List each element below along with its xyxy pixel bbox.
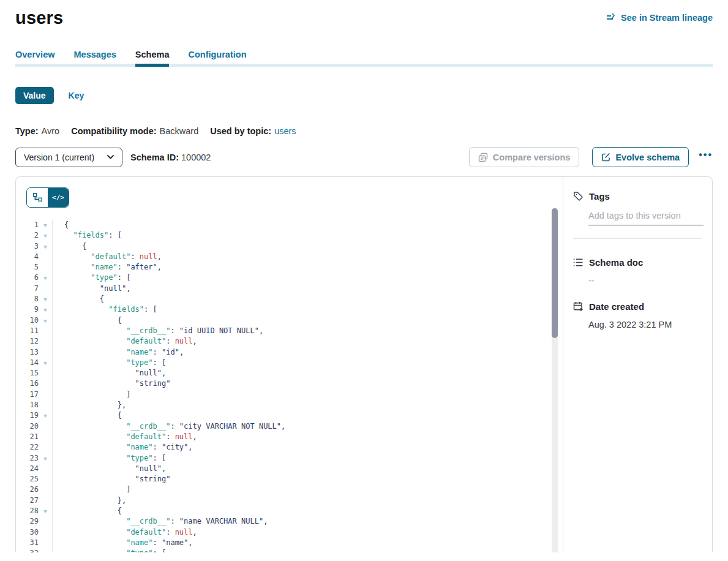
code-gutter: 18: [16, 400, 53, 410]
more-options-button[interactable]: •••: [699, 150, 713, 165]
fold-toggle-icon[interactable]: ▼: [39, 410, 52, 421]
fold-toggle-icon[interactable]: ▼: [39, 315, 52, 326]
fold-toggle-icon[interactable]: ▼: [39, 294, 52, 304]
code-line: 11 "__crdb__": "id UUID NOT NULL",: [16, 326, 563, 336]
code-text: "default": null,: [53, 336, 197, 347]
line-number: 24: [16, 464, 39, 474]
chevron-down-icon: [107, 155, 114, 159]
code-gutter: 21: [16, 432, 53, 442]
line-number: 25: [16, 474, 39, 484]
compatibility-mode: Compatibility mode:Backward: [71, 126, 198, 136]
code-line: 6▼ "type": [: [16, 273, 563, 283]
code-line: 32▼ "type": [: [16, 548, 563, 552]
value-tab-button[interactable]: Value: [15, 87, 54, 104]
code-text: "default": null,: [53, 432, 197, 442]
code-text: },: [53, 495, 126, 506]
schema-id: Schema ID: 100002: [130, 152, 211, 162]
tab-configuration[interactable]: Configuration: [188, 50, 246, 67]
tree-view-icon: [33, 193, 42, 202]
fold-toggle-icon[interactable]: ▼: [39, 548, 52, 552]
schema-doc-section-title: Schema doc: [573, 257, 702, 268]
schema-page: users See in Stream lineage OverviewMess…: [0, 0, 728, 561]
line-number: 23: [16, 453, 39, 464]
code-text: "type": [: [53, 358, 166, 368]
evolve-schema-label: Evolve schema: [615, 152, 680, 162]
line-number: 22: [16, 442, 39, 453]
code-view-button[interactable]: </>: [48, 188, 69, 207]
fold-spacer: [39, 432, 52, 442]
fold-spacer: [39, 527, 52, 538]
code-text: },: [53, 400, 126, 410]
code-line: 21 "default": null,: [16, 432, 563, 442]
line-number: 3: [16, 241, 39, 252]
code-gutter: 28▼: [16, 506, 53, 516]
fold-spacer: [39, 442, 52, 453]
code-gutter: 27: [16, 495, 53, 506]
fold-toggle-icon[interactable]: ▼: [39, 230, 52, 241]
fold-toggle-icon[interactable]: ▼: [39, 220, 52, 230]
evolve-schema-button[interactable]: Evolve schema: [592, 147, 689, 167]
fold-toggle-icon[interactable]: ▼: [39, 273, 52, 283]
code-gutter: 3▼: [16, 241, 53, 252]
line-number: 11: [16, 326, 39, 336]
code-text: "fields": [: [53, 304, 157, 315]
tree-view-button[interactable]: [27, 188, 48, 207]
line-number: 31: [16, 538, 39, 548]
add-tags-input[interactable]: [588, 209, 704, 225]
code-line: 16 "string": [16, 378, 563, 389]
code-text: "name": "city",: [53, 442, 193, 453]
topic-link[interactable]: users: [274, 126, 296, 136]
code-line: 31 "name": "name",: [16, 538, 563, 548]
schema-code-panel: </> 1▼{2▼ "fields": [3▼ {4 "default": nu…: [16, 177, 563, 552]
tags-title: Tags: [589, 191, 610, 201]
tab-schema[interactable]: Schema: [135, 50, 170, 67]
code-gutter: 10▼: [16, 315, 53, 326]
code-line: 1▼{: [16, 220, 563, 230]
line-number: 4: [16, 252, 39, 262]
schema-controls: Version 1 (current) Schema ID: 100002 Co…: [15, 147, 713, 167]
code-text: "string": [53, 378, 170, 389]
code-scrollbar-track[interactable]: [552, 208, 558, 552]
compare-versions-button[interactable]: Compare versions: [469, 147, 580, 167]
code-text: "string": [53, 474, 170, 484]
version-select[interactable]: Version 1 (current): [15, 148, 122, 167]
code-text: {: [53, 241, 86, 252]
code-gutter: 9▼: [16, 304, 53, 315]
code-scrollbar-thumb[interactable]: [552, 208, 558, 338]
code-text: {: [53, 410, 122, 421]
tab-messages[interactable]: Messages: [74, 50, 116, 67]
code-line: 2▼ "fields": [: [16, 230, 563, 241]
schema-meta: Type:Avro Compatibility mode:Backward Us…: [15, 126, 713, 136]
code-toolbar: </>: [16, 177, 563, 208]
code-gutter: 22: [16, 442, 53, 453]
code-text: "name": "id",: [53, 347, 184, 358]
fold-spacer: [39, 368, 52, 378]
schema-doc-section: Schema doc --: [573, 257, 702, 285]
fold-toggle-icon[interactable]: ▼: [39, 506, 52, 516]
code-gutter: 8▼: [16, 294, 53, 304]
fold-spacer: [39, 400, 52, 410]
fold-toggle-icon[interactable]: ▼: [39, 304, 52, 315]
code-text: "null",: [53, 284, 130, 294]
code-gutter: 31: [16, 538, 53, 548]
fold-spacer: [39, 262, 52, 273]
code-line: 28▼ {: [16, 506, 563, 516]
line-number: 15: [16, 368, 39, 378]
line-number: 18: [16, 400, 39, 410]
fold-toggle-icon[interactable]: ▼: [39, 358, 52, 368]
fold-toggle-icon[interactable]: ▼: [39, 453, 52, 464]
code-text: "null",: [53, 368, 166, 378]
date-created-section-title: Date created: [573, 301, 702, 312]
stream-lineage-link[interactable]: See in Stream lineage: [606, 13, 713, 23]
tab-overview[interactable]: Overview: [15, 50, 55, 67]
fold-toggle-icon[interactable]: ▼: [39, 241, 52, 252]
code-line: 3▼ {: [16, 241, 563, 252]
code-gutter: 1▼: [16, 220, 53, 230]
key-tab-link[interactable]: Key: [69, 91, 84, 100]
code-gutter: 16: [16, 378, 53, 389]
line-number: 19: [16, 410, 39, 421]
code-text: ]: [53, 390, 130, 400]
view-mode-toggle: </>: [26, 187, 69, 208]
line-number: 21: [16, 432, 39, 442]
line-number: 28: [16, 506, 39, 516]
